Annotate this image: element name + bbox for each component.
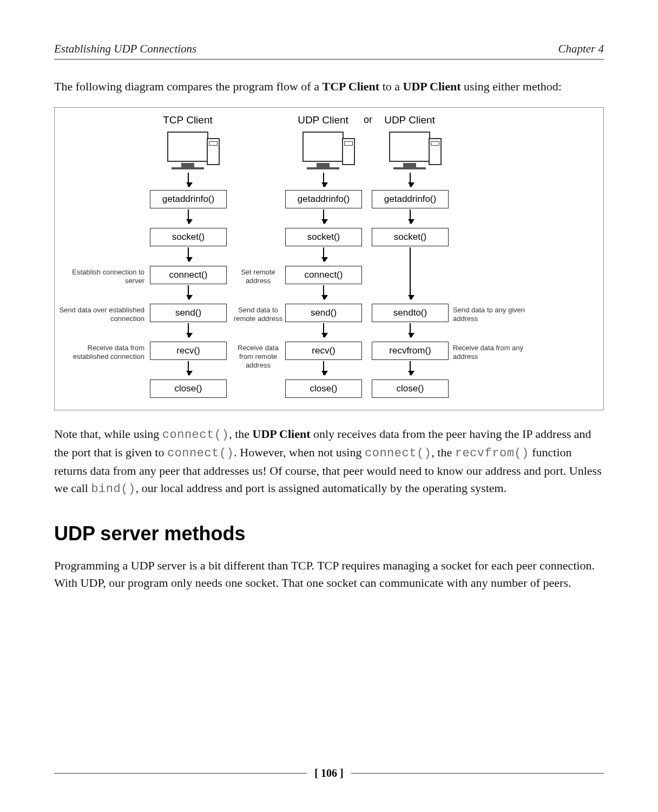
footer-rule-left <box>54 773 307 774</box>
udp1-getaddrinfo: getaddrinfo() <box>285 190 362 208</box>
note-text: Note that, while using <box>54 427 162 441</box>
tcp-socket: socket() <box>150 228 227 246</box>
note-text: , the <box>431 446 455 459</box>
intro-text: using either method: <box>461 80 562 93</box>
note-paragraph: Note that, while using connect(), the UD… <box>54 425 604 498</box>
udp1-recv: recv() <box>285 342 362 360</box>
code-connect: connect() <box>167 447 234 460</box>
udp2-recvfrom: recvfrom() <box>372 342 449 360</box>
intro-udp-bold: UDP Client <box>403 80 461 93</box>
udp1-send: send() <box>285 304 362 322</box>
udp2-computer-icon <box>372 130 448 169</box>
tcp-close: close() <box>150 379 227 398</box>
tcp-recv-note: Receive data from established connection <box>58 342 144 362</box>
row-close: close() close() close() <box>58 379 600 402</box>
udp2-socket: socket() <box>372 228 449 246</box>
row-recv: Receive data from established connection… <box>58 342 600 379</box>
section-heading: UDP server methods <box>54 522 604 545</box>
udp1-recv-note: Receive data from remote address <box>231 342 285 370</box>
row-socket: socket() socket() socket() <box>58 228 600 266</box>
udp1-connect: connect() <box>285 266 362 284</box>
udp2-sendto: sendto() <box>372 304 449 322</box>
running-header: Establishing UDP Connections Chapter 4 <box>54 42 604 59</box>
code-recvfrom: recvfrom() <box>455 447 529 460</box>
tcp-computer-icon <box>150 130 226 169</box>
header-rule <box>54 59 604 60</box>
row-connect: Establish connection to server connect()… <box>58 266 600 304</box>
header-right: Chapter 4 <box>558 42 604 56</box>
diagram-icon-row <box>58 130 600 190</box>
code-connect: connect() <box>162 428 229 442</box>
tcp-send-note: Send data over established connection <box>58 304 144 324</box>
udp1-send-note: Send data to remote address <box>231 304 285 324</box>
intro-text: to a <box>379 80 403 93</box>
page-footer: [ 106 ] <box>54 767 604 780</box>
row-getaddrinfo: getaddrinfo() getaddrinfo() getaddrinfo(… <box>58 190 600 228</box>
intro-tcp-bold: TCP Client <box>322 80 379 93</box>
footer-rule-right <box>351 773 604 774</box>
page-number: [ 106 ] <box>307 767 351 780</box>
tcp-client-title: TCP Client <box>150 114 226 126</box>
note-udp-bold: UDP Client <box>253 427 311 441</box>
section-body: Programming a UDP server is a bit differ… <box>54 557 604 592</box>
udp2-send-note: Send data to any given address <box>453 304 539 324</box>
intro-paragraph: The following diagram compares the progr… <box>54 78 604 95</box>
udp-client-title-1: UDP Client <box>285 114 361 126</box>
diagram-title-row: TCP Client UDP Client or UDP Client <box>58 114 600 130</box>
udp2-close: close() <box>372 379 449 398</box>
code-connect: connect() <box>365 447 431 460</box>
note-text: , the <box>229 427 252 441</box>
udp-client-title-2: UDP Client <box>372 114 448 126</box>
tcp-connect: connect() <box>150 266 227 284</box>
udp2-getaddrinfo: getaddrinfo() <box>372 190 449 208</box>
udp2-recv-note: Receive data from any address <box>453 342 539 362</box>
tcp-send: send() <box>150 304 227 322</box>
intro-text: The following diagram compares the progr… <box>54 80 322 93</box>
udp1-computer-icon <box>285 130 361 169</box>
flow-diagram: TCP Client UDP Client or UDP Client geta… <box>54 107 604 410</box>
udp1-socket: socket() <box>285 228 362 246</box>
tcp-getaddrinfo: getaddrinfo() <box>150 190 227 208</box>
note-text: . However, when not using <box>234 446 365 459</box>
note-text: , our local address and port is assigned… <box>136 481 507 495</box>
tcp-connect-note: Establish connection to server <box>58 266 144 286</box>
udp1-connect-note: Set remote address <box>231 266 285 286</box>
row-send: Send data over established connection se… <box>58 304 600 342</box>
book-page: Establishing UDP Connections Chapter 4 T… <box>0 0 658 812</box>
tcp-recv: recv() <box>150 342 227 360</box>
header-left: Establishing UDP Connections <box>54 42 196 56</box>
udp1-close: close() <box>285 379 362 398</box>
code-bind: bind() <box>91 482 135 496</box>
